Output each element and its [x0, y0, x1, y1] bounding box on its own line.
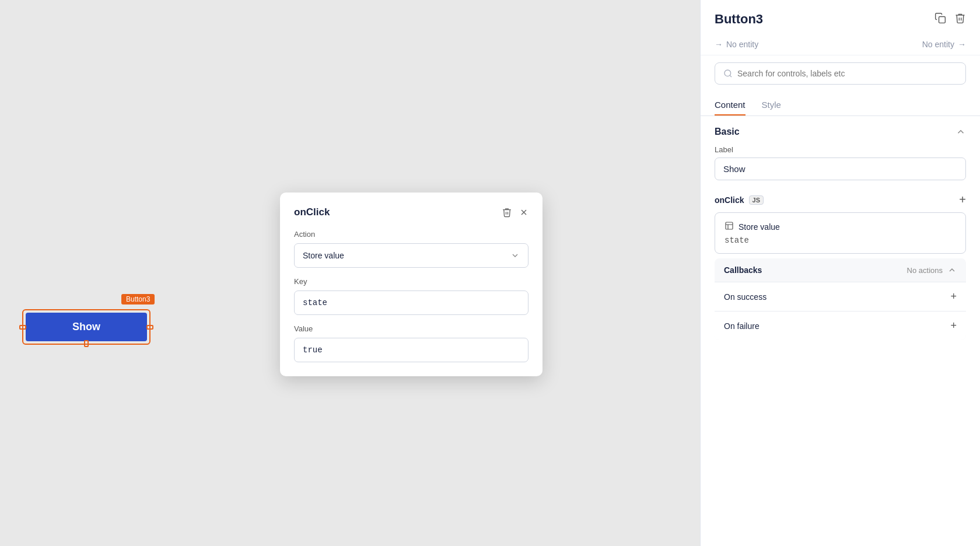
- store-value-top: Store value: [724, 221, 956, 232]
- callbacks-no-actions: No actions: [907, 266, 943, 275]
- basic-title: Basic: [715, 127, 740, 137]
- svg-line-4: [730, 75, 732, 77]
- search-input[interactable]: [737, 69, 957, 78]
- basic-chevron-icon[interactable]: [956, 127, 966, 137]
- canvas-button-wrapper: Button3 Show: [22, 309, 150, 345]
- label-field-group: Label: [701, 145, 980, 187]
- onclick-label: onClick: [715, 195, 744, 205]
- onclick-label-row: onClick JS: [715, 195, 764, 205]
- panel-header: Button3: [701, 0, 980, 34]
- store-value-key: state: [724, 236, 956, 245]
- key-input[interactable]: [294, 290, 528, 315]
- onclick-modal: onClick Action Store value Key Value: [280, 192, 542, 376]
- store-value-label: Store value: [738, 222, 780, 232]
- value-input[interactable]: [294, 338, 528, 362]
- entity-left-label: No entity: [726, 40, 758, 49]
- modal-delete-button[interactable]: [502, 207, 512, 218]
- action-select[interactable]: Store value: [294, 243, 528, 268]
- tabs-row: Content Style: [701, 94, 980, 116]
- svg-rect-5: [726, 222, 733, 229]
- callbacks-chevron-icon: [947, 265, 957, 275]
- panel-copy-button[interactable]: [935, 12, 946, 27]
- callback-failure-label: On failure: [724, 321, 760, 331]
- callback-success-add[interactable]: +: [950, 290, 957, 303]
- modal-actions: [502, 207, 528, 218]
- handle-left[interactable]: [19, 325, 26, 330]
- modal-header: onClick: [294, 206, 528, 218]
- callback-success-label: On success: [724, 292, 766, 302]
- action-value: Store value: [303, 251, 344, 260]
- value-label: Value: [294, 324, 528, 333]
- tab-content[interactable]: Content: [715, 94, 746, 116]
- callbacks-section: Callbacks No actions On success + On fai…: [715, 258, 966, 340]
- search-bar[interactable]: [715, 62, 966, 85]
- handle-right[interactable]: [146, 325, 153, 330]
- callbacks-header[interactable]: Callbacks No actions: [715, 258, 966, 282]
- modal-title: onClick: [294, 206, 330, 218]
- callback-on-success[interactable]: On success +: [715, 282, 966, 311]
- key-label: Key: [294, 277, 528, 286]
- label-field-input[interactable]: [715, 158, 966, 180]
- callbacks-meta: No actions: [907, 265, 957, 275]
- basic-section-header: Basic: [701, 116, 980, 145]
- callback-failure-add[interactable]: +: [950, 320, 957, 332]
- canvas-button[interactable]: Show: [26, 313, 147, 341]
- right-panel: Button3 → No entity No entity → Content …: [700, 0, 980, 546]
- canvas-area: onClick Action Store value Key Value But…: [0, 0, 700, 546]
- store-value-card[interactable]: Store value state: [715, 212, 966, 254]
- panel-header-icons: [935, 12, 966, 27]
- tab-style[interactable]: Style: [762, 94, 781, 116]
- entity-left[interactable]: → No entity: [715, 40, 758, 49]
- entity-right[interactable]: No entity →: [922, 40, 966, 49]
- handle-bottom[interactable]: [84, 340, 89, 347]
- entity-right-label: No entity: [922, 40, 954, 49]
- entity-row: → No entity No entity →: [701, 34, 980, 55]
- arrow-right-icon: →: [958, 40, 966, 49]
- modal-close-button[interactable]: [519, 208, 528, 217]
- panel-delete-button[interactable]: [954, 12, 966, 27]
- panel-title: Button3: [715, 12, 763, 27]
- js-badge: JS: [749, 195, 764, 205]
- callbacks-title: Callbacks: [724, 265, 762, 275]
- canvas-button-label: Button3: [121, 294, 155, 304]
- svg-rect-2: [939, 16, 946, 23]
- onclick-add-button[interactable]: +: [959, 193, 966, 206]
- label-field-label: Label: [715, 145, 966, 154]
- store-icon: [724, 221, 734, 232]
- onclick-row: onClick JS +: [701, 187, 980, 212]
- canvas-button-outer: Show: [22, 309, 150, 345]
- search-icon: [723, 69, 733, 78]
- action-label: Action: [294, 230, 528, 239]
- arrow-left-icon: →: [715, 40, 723, 49]
- callback-on-failure[interactable]: On failure +: [715, 311, 966, 340]
- svg-point-3: [724, 70, 731, 76]
